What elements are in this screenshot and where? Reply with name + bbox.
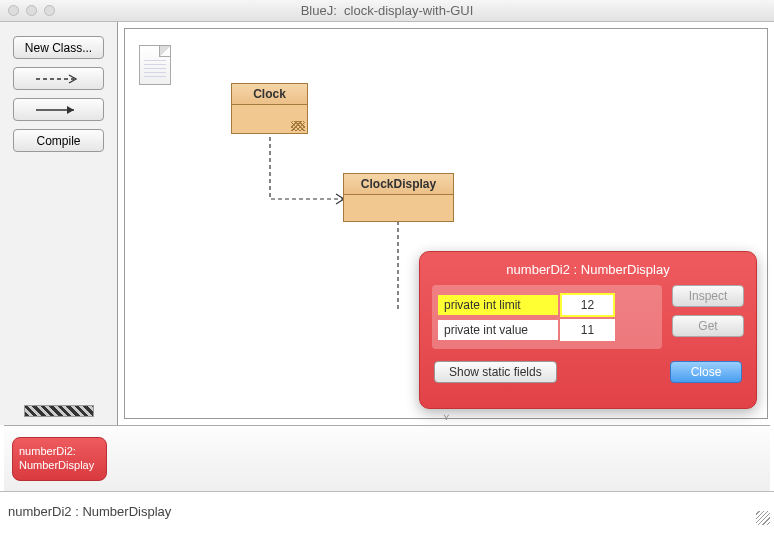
object-chip-numberdi2[interactable]: numberDi2: NumberDisplay: [12, 437, 107, 481]
window-title: BlueJ: clock-display-with-GUI: [0, 3, 774, 18]
get-button[interactable]: Get: [672, 315, 744, 337]
close-button[interactable]: Close: [670, 361, 742, 383]
sidebar-divider: [24, 405, 94, 417]
window-resize-grip[interactable]: [756, 511, 770, 525]
traffic-lights: [8, 5, 55, 16]
titlebar: BlueJ: clock-display-with-GUI: [0, 0, 774, 22]
class-clockdisplay[interactable]: ClockDisplay: [343, 173, 454, 222]
field-row-value[interactable]: private int value 11: [438, 319, 656, 341]
compile-button[interactable]: Compile: [13, 129, 104, 152]
inheritance-arrow-button[interactable]: [13, 98, 104, 121]
object-chip-line2: NumberDisplay: [19, 458, 100, 473]
inspect-button[interactable]: Inspect: [672, 285, 744, 307]
inspector-fields: private int limit 12 private int value 1…: [432, 285, 662, 349]
inspector-title: numberDi2 : NumberDisplay: [420, 252, 756, 285]
new-class-button[interactable]: New Class...: [13, 36, 104, 59]
class-clock-label: Clock: [232, 84, 307, 105]
close-window-icon[interactable]: [8, 5, 19, 16]
zoom-window-icon[interactable]: [44, 5, 55, 16]
field-row-limit[interactable]: private int limit 12: [438, 293, 656, 317]
class-clockdisplay-label: ClockDisplay: [344, 174, 453, 195]
field-label: private int limit: [438, 295, 558, 315]
uncompiled-icon: [291, 121, 305, 131]
diagram-resize-handle[interactable]: ⋎: [443, 412, 450, 422]
field-value: 11: [560, 319, 615, 341]
class-clock[interactable]: Clock: [231, 83, 308, 134]
minimize-window-icon[interactable]: [26, 5, 37, 16]
dependency-arrow-button[interactable]: [13, 67, 104, 90]
status-text: numberDi2 : NumberDisplay: [8, 504, 171, 519]
field-value: 12: [560, 293, 615, 317]
class-diagram[interactable]: Clock ClockDisplay numberDi2 : NumberDis…: [124, 28, 768, 419]
object-chip-line1: numberDi2:: [19, 444, 100, 459]
show-static-fields-button[interactable]: Show static fields: [434, 361, 557, 383]
readme-icon[interactable]: [139, 45, 171, 85]
object-bench: numberDi2: NumberDisplay: [4, 425, 770, 491]
svg-marker-2: [67, 106, 74, 114]
object-inspector: numberDi2 : NumberDisplay private int li…: [419, 251, 757, 409]
status-bar: numberDi2 : NumberDisplay: [0, 491, 774, 529]
field-label: private int value: [438, 320, 558, 340]
sidebar: New Class... Compile: [0, 22, 118, 425]
